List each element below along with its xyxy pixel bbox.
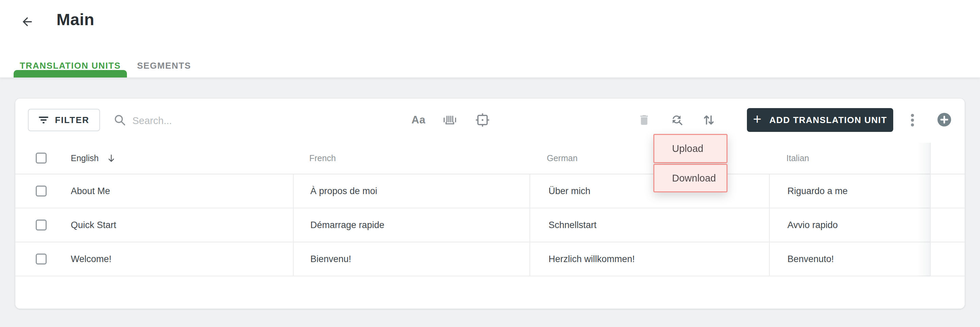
- kebab-menu-icon: [911, 114, 914, 127]
- column-header-french[interactable]: French: [309, 143, 336, 174]
- up-down-arrows-icon: [702, 113, 716, 127]
- top-header: Main TRANSLATION UNITS SEGMENTS: [0, 0, 980, 78]
- content-card: FILTER Aa + ADD TRANSLATION U: [15, 98, 965, 309]
- arrow-left-icon: [21, 15, 34, 29]
- find-replace-icon: [670, 113, 684, 127]
- row-checkbox[interactable]: [36, 220, 47, 230]
- whole-phrase-button[interactable]: [442, 112, 458, 128]
- filter-button[interactable]: FILTER: [28, 109, 100, 131]
- column-label: English: [71, 153, 99, 163]
- frame-select-icon: [476, 113, 490, 127]
- cell-french[interactable]: Bienvenu!: [310, 242, 351, 276]
- page-title: Main: [56, 10, 94, 29]
- sort-order-button[interactable]: [701, 112, 717, 128]
- column-header-italian[interactable]: Italian: [786, 143, 809, 174]
- select-all-checkbox[interactable]: [36, 152, 47, 164]
- menu-item-label: Download: [672, 173, 716, 184]
- more-options-button[interactable]: [904, 112, 920, 128]
- cell-french[interactable]: Démarrage rapide: [310, 208, 385, 242]
- active-tab-indicator: [14, 70, 127, 78]
- table-row: Quick Start Démarrage rapide Schnellstar…: [15, 208, 965, 242]
- column-header-english[interactable]: English: [71, 143, 116, 174]
- find-replace-button[interactable]: [669, 112, 685, 128]
- column-divider: [930, 143, 931, 276]
- add-button-label: ADD TRANSLATION UNIT: [769, 115, 887, 125]
- floating-add-button[interactable]: [937, 113, 951, 127]
- row-checkbox[interactable]: [36, 254, 47, 265]
- plus-circle-icon: [940, 115, 949, 124]
- filter-icon: [38, 116, 49, 124]
- column-divider: [530, 175, 530, 276]
- cell-english[interactable]: Welcome!: [71, 242, 111, 276]
- tab-label: TRANSLATION UNITS: [20, 60, 121, 71]
- column-label: German: [547, 153, 578, 163]
- table-row: About Me À propos de moi Über mich Rigua…: [15, 175, 965, 208]
- cell-english[interactable]: Quick Start: [71, 208, 116, 242]
- column-header-german[interactable]: German: [547, 143, 578, 174]
- menu-item-download[interactable]: Download: [653, 164, 727, 192]
- column-label: French: [309, 153, 336, 163]
- cell-italian[interactable]: Benvenuto!: [788, 242, 834, 276]
- cell-german[interactable]: Herzlich willkommen!: [549, 242, 635, 276]
- add-translation-unit-button[interactable]: + ADD TRANSLATION UNIT: [747, 108, 893, 132]
- table-header-row: English French German Italian: [15, 143, 965, 175]
- filter-label: FILTER: [55, 115, 89, 125]
- tab-segments[interactable]: SEGMENTS: [135, 54, 193, 78]
- column-label: Italian: [786, 153, 809, 163]
- table-footer: Rows per page: 25 1-3 of 3: [15, 276, 965, 309]
- back-button[interactable]: [19, 14, 35, 30]
- column-divider: [769, 175, 770, 276]
- cell-italian[interactable]: Avvio rapido: [788, 208, 838, 242]
- cell-german[interactable]: Schnellstart: [549, 208, 597, 242]
- menu-item-label: Upload: [672, 143, 703, 154]
- cell-french[interactable]: À propos de moi: [310, 175, 377, 208]
- pinned-column-shadow: [917, 143, 930, 276]
- search-input[interactable]: [132, 111, 364, 130]
- Aa-icon: Aa: [411, 114, 426, 126]
- trash-icon: [638, 114, 651, 127]
- case-sensitivity-button[interactable]: Aa: [410, 112, 427, 128]
- cell-italian[interactable]: Riguardo a me: [788, 175, 848, 208]
- tab-label: SEGMENTS: [137, 60, 191, 71]
- search-icon: [113, 114, 126, 127]
- frame-select-button[interactable]: [474, 112, 491, 128]
- menu-item-upload[interactable]: Upload: [653, 134, 727, 163]
- barcode-icon: [443, 114, 457, 125]
- import-export-menu: Upload Download: [653, 134, 727, 192]
- sort-desc-icon: [106, 153, 116, 164]
- table-row: Welcome! Bienvenu! Herzlich willkommen! …: [15, 242, 965, 276]
- cell-english[interactable]: About Me: [71, 175, 110, 208]
- cell-german[interactable]: Über mich: [549, 175, 590, 208]
- row-checkbox[interactable]: [36, 186, 47, 197]
- delete-button[interactable]: [636, 112, 652, 128]
- column-divider: [293, 175, 294, 276]
